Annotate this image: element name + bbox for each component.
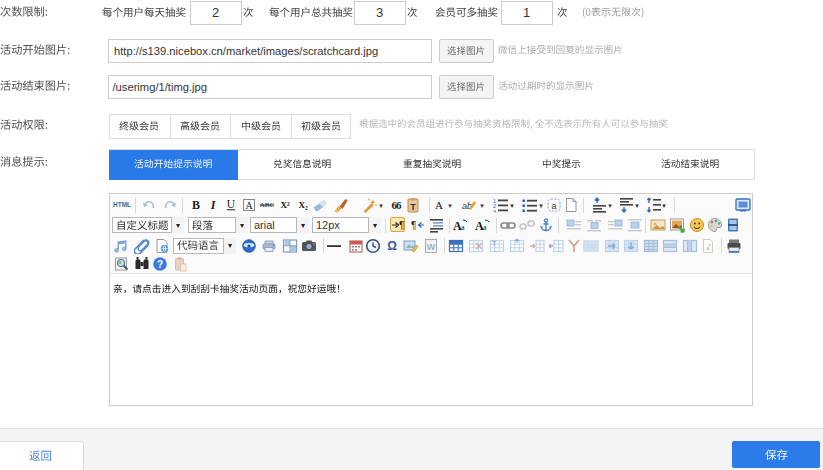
svg-text:T: T (410, 202, 416, 212)
svg-text:¶: ¶ (411, 220, 416, 231)
svg-text:a: a (483, 223, 487, 232)
svg-text:3: 3 (493, 209, 496, 214)
svg-text:¶: ¶ (399, 220, 404, 231)
svg-text:a: a (551, 201, 556, 211)
svg-text:T: T (492, 240, 497, 247)
svg-text:W: W (427, 242, 436, 252)
svg-text:A: A (245, 200, 253, 211)
svg-text:a: a (461, 223, 465, 232)
svg-text:?: ? (157, 258, 163, 269)
